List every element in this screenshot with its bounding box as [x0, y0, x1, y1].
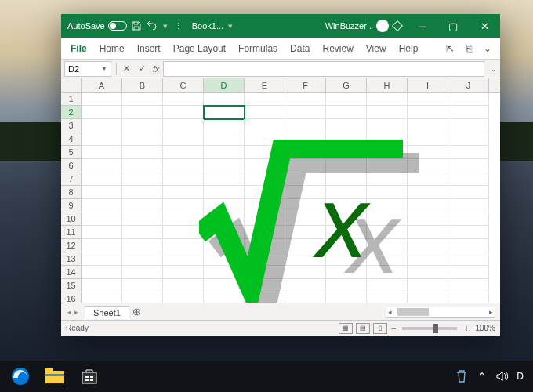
- minimize-button[interactable]: ─: [406, 14, 437, 38]
- chevron-down-icon[interactable]: ▾: [228, 21, 233, 31]
- tab-file[interactable]: File: [64, 38, 93, 59]
- spreadsheet-grid[interactable]: A B C D E F G H I J 1 2 3 4 5 6 7: [61, 78, 500, 303]
- diamond-icon[interactable]: [392, 20, 403, 31]
- column-header[interactable]: D: [204, 78, 245, 92]
- row-headers: 1 2 3 4 5 6 7 8 9 10 11 12 13 14 15 16: [61, 93, 82, 303]
- ribbon-tabs: File Home Insert Page Layout Formulas Da…: [61, 38, 500, 60]
- column-header[interactable]: F: [285, 78, 326, 92]
- row-header[interactable]: 11: [61, 226, 81, 239]
- status-bar: Ready ▦ ▤ ▯ − + 100%: [61, 320, 500, 336]
- row-header[interactable]: 5: [61, 146, 81, 159]
- svg-rect-8: [90, 376, 93, 378]
- formula-input[interactable]: [163, 61, 484, 77]
- comments-icon[interactable]: ⎘: [459, 43, 478, 54]
- row-header[interactable]: 10: [61, 212, 81, 226]
- cancel-icon[interactable]: ✕: [118, 64, 134, 74]
- undo-icon[interactable]: [146, 20, 158, 32]
- cell-reference: D2: [68, 64, 79, 74]
- system-tray: ⌃ D: [455, 370, 530, 383]
- separator: ⋮: [174, 21, 183, 31]
- column-header[interactable]: I: [408, 78, 448, 92]
- select-all-corner[interactable]: [61, 78, 82, 92]
- excel-window: AutoSave ▾ ⋮ Book1... ▾ WinBuzzer .: [61, 14, 500, 336]
- row-header[interactable]: 9: [61, 199, 81, 212]
- tab-data[interactable]: Data: [284, 38, 316, 59]
- row-header[interactable]: 14: [61, 266, 81, 279]
- svg-rect-7: [85, 376, 89, 378]
- row-header[interactable]: 7: [61, 172, 81, 186]
- document-title: Book1...: [192, 21, 223, 31]
- taskbar: ⌃ D: [0, 361, 533, 392]
- autosave-toggle[interactable]: AutoSave: [67, 21, 127, 31]
- cells-area[interactable]: x x: [82, 93, 500, 303]
- zoom-out-button[interactable]: −: [390, 323, 396, 334]
- row-header[interactable]: 3: [61, 119, 81, 132]
- page-layout-view-icon[interactable]: ▤: [356, 323, 370, 334]
- account-name[interactable]: WinBuzzer .: [325, 21, 372, 31]
- sheet-tabs-bar: ◂▸ Sheet1 ⊕: [61, 303, 500, 320]
- row-header[interactable]: 4: [61, 132, 81, 146]
- name-box[interactable]: D2 ▼: [64, 61, 111, 77]
- column-headers: A B C D E F G H I J: [61, 78, 500, 93]
- svg-rect-5: [45, 374, 64, 376]
- page-break-view-icon[interactable]: ▯: [373, 323, 387, 334]
- column-header[interactable]: E: [245, 78, 285, 92]
- row-header[interactable]: 13: [61, 252, 81, 266]
- tab-help[interactable]: Help: [393, 38, 425, 59]
- row-header[interactable]: 15: [61, 279, 81, 292]
- file-explorer-icon[interactable]: [38, 361, 72, 392]
- avatar[interactable]: [376, 20, 389, 32]
- tray-chevron-up-icon[interactable]: ⌃: [476, 370, 488, 383]
- column-header[interactable]: H: [367, 78, 408, 92]
- column-header[interactable]: J: [448, 78, 489, 92]
- desktop-wallpaper: AutoSave ▾ ⋮ Book1... ▾ WinBuzzer .: [0, 0, 533, 392]
- svg-rect-3: [45, 371, 64, 383]
- separator: ▾: [163, 21, 168, 31]
- tab-formulas[interactable]: Formulas: [232, 38, 284, 59]
- row-header[interactable]: 2: [61, 106, 81, 119]
- maximize-button[interactable]: ▢: [437, 14, 469, 38]
- tab-view[interactable]: View: [360, 38, 393, 59]
- volume-icon[interactable]: [496, 370, 509, 383]
- formula-bar-row: D2 ▼ ✕ ✓ fx ⌄: [61, 60, 500, 78]
- collapse-ribbon-icon[interactable]: ⌄: [478, 43, 497, 54]
- autosave-label: AutoSave: [67, 21, 105, 31]
- horizontal-scrollbar[interactable]: [386, 307, 495, 318]
- row-header[interactable]: 12: [61, 239, 81, 252]
- language-indicator[interactable]: D: [517, 371, 524, 382]
- column-header[interactable]: G: [326, 78, 367, 92]
- zoom-slider[interactable]: [402, 327, 457, 330]
- row-header[interactable]: 16: [61, 292, 81, 303]
- save-icon[interactable]: [130, 20, 143, 32]
- row-header[interactable]: 8: [61, 186, 81, 199]
- microsoft-store-icon[interactable]: [72, 361, 107, 392]
- edge-browser-icon[interactable]: [3, 361, 38, 392]
- toggle-off-icon[interactable]: [108, 21, 127, 31]
- fx-icon[interactable]: fx: [150, 64, 163, 74]
- svg-rect-10: [90, 379, 93, 381]
- chevron-down-icon[interactable]: ▼: [101, 65, 107, 72]
- tab-review[interactable]: Review: [316, 38, 359, 59]
- svg-rect-4: [45, 368, 53, 372]
- row-header[interactable]: 6: [61, 159, 81, 172]
- tab-page-layout[interactable]: Page Layout: [167, 38, 232, 59]
- enter-icon[interactable]: ✓: [134, 64, 150, 74]
- column-header[interactable]: B: [122, 78, 163, 92]
- close-button[interactable]: ✕: [469, 14, 500, 38]
- zoom-level[interactable]: 100%: [475, 324, 495, 332]
- active-cell[interactable]: [204, 106, 245, 119]
- column-header[interactable]: A: [82, 78, 122, 92]
- tab-home[interactable]: Home: [93, 38, 131, 59]
- normal-view-icon[interactable]: ▦: [339, 323, 353, 334]
- tab-insert[interactable]: Insert: [131, 38, 167, 59]
- zoom-in-button[interactable]: +: [463, 323, 469, 334]
- add-sheet-button[interactable]: ⊕: [129, 306, 145, 318]
- recycle-bin-icon[interactable]: [455, 370, 468, 383]
- share-icon[interactable]: ⇱: [441, 43, 459, 54]
- expand-formula-bar-icon[interactable]: ⌄: [488, 65, 500, 73]
- row-header[interactable]: 1: [61, 93, 81, 106]
- sheet-tab[interactable]: Sheet1: [85, 306, 129, 319]
- sheet-nav[interactable]: ◂▸: [61, 308, 85, 316]
- svg-rect-6: [82, 372, 96, 383]
- column-header[interactable]: C: [163, 78, 204, 92]
